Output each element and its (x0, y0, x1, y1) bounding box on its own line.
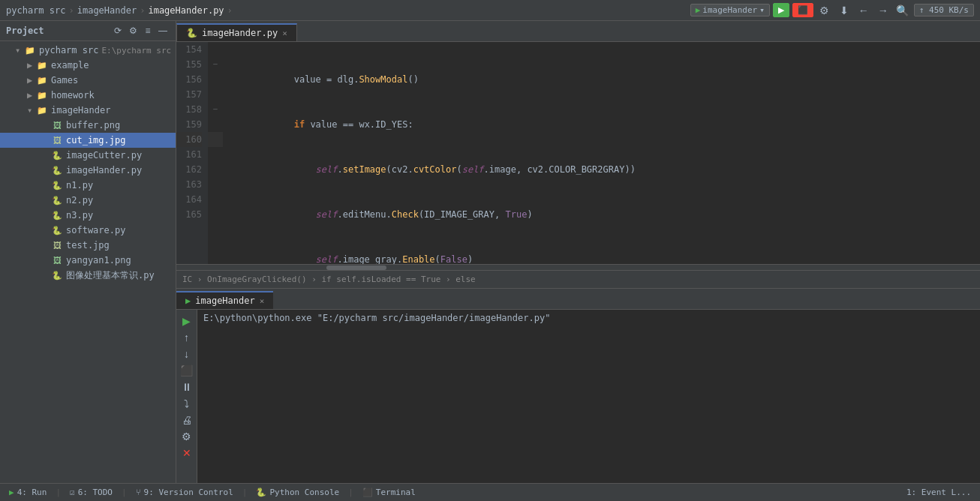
breadcrumb-item-1[interactable]: pycharm src (6, 5, 65, 16)
sidebar-item-n2[interactable]: 🐍 n2.py (0, 193, 176, 208)
top-bar: pycharm src › imageHander › imageHander.… (0, 0, 980, 21)
status-python-console[interactable]: 🐍 Python Console (253, 488, 342, 497)
sidebar-item-imageHander[interactable]: ▾ 📁 imageHander (0, 103, 176, 118)
run-body: ▶ ↑ ↓ ⬛ ⏸ ⤵ 🖨 ⚙ ✕ E:\python\python.exe "… (176, 310, 980, 483)
gutter-154 (208, 42, 223, 57)
tree-label: n3.py (66, 210, 93, 220)
sidebar-item-n1[interactable]: 🐍 n1.py (0, 178, 176, 193)
png-file-icon: 🖼 (51, 119, 63, 131)
chevron-down-icon: ▾ (759, 5, 765, 15)
sync-icon[interactable]: ⟳ (111, 24, 125, 38)
run-button[interactable]: ▶ (773, 3, 789, 17)
rerun-button[interactable]: ▶ (179, 313, 195, 329)
arrow-icon: ▶ (27, 60, 36, 70)
gutter-160 (208, 132, 223, 147)
run-tab-imageHander[interactable]: ▶ imageHander × (176, 291, 273, 309)
editor-breadcrumb-bar: IC › OnImageGrayClicked() › if self.isLo… (176, 270, 980, 288)
sidebar-item-yangyan1[interactable]: 🖼 yangyan1.png (0, 253, 176, 268)
status-console-label: Python Console (269, 488, 339, 497)
print-button[interactable]: 🖨 (179, 412, 195, 428)
py-file-icon: 🐍 (51, 194, 63, 206)
pause-button[interactable]: ⏸ (179, 379, 195, 395)
sidebar-item-imageCutter[interactable]: 🐍 imageCutter.py (0, 148, 176, 163)
ln-163: 163 (176, 177, 202, 192)
code-content[interactable]: 154 155 156 157 158 159 160 161 162 163 … (176, 42, 980, 264)
forward-button[interactable]: → (875, 2, 891, 19)
folder-icon: 📁 (24, 44, 36, 56)
code-lines[interactable]: value = dlg.ShowModal() if value == wx.I… (223, 42, 980, 264)
tree-label: Games (51, 75, 78, 86)
breadcrumb-item-2[interactable]: imageHander (77, 5, 137, 16)
status-vc[interactable]: ⑂ 9: Version Control (133, 488, 236, 497)
tree-label: cut_img.jpg (66, 135, 125, 146)
sidebar-item-pycharm-src[interactable]: ▾ 📁 pycharm src E:\pycharm src (0, 43, 176, 58)
close-run-button[interactable]: ✕ (179, 445, 195, 461)
tab-close-button[interactable]: × (282, 28, 287, 38)
stop-run-button[interactable]: ⬛ (179, 362, 195, 379)
tree-label: n1.py (66, 180, 93, 190)
sidebar-item-buffer-png[interactable]: 🖼 buffer.png (0, 118, 176, 133)
gutter-158: ─ (208, 102, 223, 117)
coverage-button[interactable]: ⚙ (816, 2, 833, 19)
settings-icon[interactable]: ⚙ (126, 24, 140, 38)
event-log-label: 1: Event L... (906, 488, 971, 497)
tree-label: imageHander (51, 105, 110, 116)
py-file-icon: 🐍 (51, 224, 63, 236)
sidebar-header: Project ⟳ ⚙ ≡ — (0, 21, 176, 41)
code-line-158: self.image_gray.Enable(False) (229, 252, 980, 264)
project-label: Project (6, 26, 44, 36)
console-command: E:\python\python.exe "E:/pycharm src/ima… (203, 313, 974, 323)
step-over-button[interactable]: ⤵ (179, 395, 195, 412)
sidebar-item-image-knowledge[interactable]: 🐍 图像处理基本常识.py (0, 268, 176, 284)
sidebar-item-example[interactable]: ▶ 📁 example (0, 58, 176, 73)
status-terminal[interactable]: ⬛ Terminal (359, 488, 419, 497)
search-button[interactable]: 🔍 (894, 2, 911, 19)
ln-165: 165 (176, 207, 202, 222)
png-file-icon: 🖼 (51, 254, 63, 266)
h-scrollbar[interactable] (176, 264, 980, 270)
gutter-162 (208, 162, 223, 177)
breadcrumb-item-3[interactable]: imageHander.py (148, 5, 224, 16)
tree-label: homework (51, 90, 95, 100)
run-config-selector[interactable]: ▶ imageHander ▾ (690, 4, 770, 16)
gear-icon[interactable]: ≡ (141, 24, 155, 38)
sidebar-item-homework[interactable]: ▶ 📁 homework (0, 88, 176, 103)
code-line-154: value = dlg.ShowModal() (229, 72, 980, 87)
debug-button[interactable]: ⬛ (792, 3, 813, 17)
h-scrollbar-thumb[interactable] (326, 266, 386, 270)
status-run[interactable]: ▶ 4: Run (6, 488, 50, 497)
sidebar-item-test-jpg[interactable]: 🖼 test.jpg (0, 238, 176, 253)
sidebar-item-n3[interactable]: 🐍 n3.py (0, 208, 176, 223)
editor-tab-imageHander[interactable]: 🐍 imageHander.py × (176, 23, 297, 41)
folder-icon: 📁 (36, 74, 48, 86)
breadcrumb: pycharm src › imageHander › imageHander.… (6, 5, 690, 16)
ln-160: 160 (176, 132, 202, 147)
run-tab-close-button[interactable]: × (260, 296, 265, 306)
py-file-icon: 🐍 (51, 149, 63, 161)
path-label: E:\pycharm src (101, 46, 171, 56)
scroll-up-button[interactable]: ↑ (179, 329, 195, 346)
scroll-down-button[interactable]: ↓ (179, 346, 195, 362)
sidebar-tree: ▾ 📁 pycharm src E:\pycharm src ▶ 📁 examp… (0, 41, 176, 483)
ln-162: 162 (176, 162, 202, 177)
settings-run-button[interactable]: ⚙ (179, 428, 195, 445)
status-todo[interactable]: ☑ 6: TODO (67, 488, 116, 497)
code-editor[interactable]: 154 155 156 157 158 159 160 161 162 163 … (176, 42, 980, 270)
folder-icon: 📁 (36, 89, 48, 101)
py-file-icon: 🐍 (51, 179, 63, 191)
status-todo-label: 6: TODO (78, 488, 113, 497)
status-event-log[interactable]: 1: Event L... (903, 488, 974, 497)
ln-157: 157 (176, 87, 202, 102)
py-icon: 🐍 (186, 28, 197, 38)
ln-161: 161 (176, 147, 202, 162)
run-console[interactable]: E:\python\python.exe "E:/pycharm src/ima… (197, 310, 980, 483)
hide-icon[interactable]: — (156, 24, 170, 38)
back-button[interactable]: ← (855, 2, 872, 19)
code-line-155: if value == wx.ID_YES: (229, 117, 980, 132)
run-config-label: imageHander (702, 5, 757, 15)
profile-button[interactable]: ⬇ (836, 2, 852, 19)
sidebar-item-cut-img-jpg[interactable]: 🖼 cut_img.jpg (0, 133, 176, 148)
sidebar-item-software[interactable]: 🐍 software.py (0, 223, 176, 238)
sidebar-item-imageHander-py[interactable]: 🐍 imageHander.py (0, 163, 176, 178)
sidebar-item-games[interactable]: ▶ 📁 Games (0, 73, 176, 88)
